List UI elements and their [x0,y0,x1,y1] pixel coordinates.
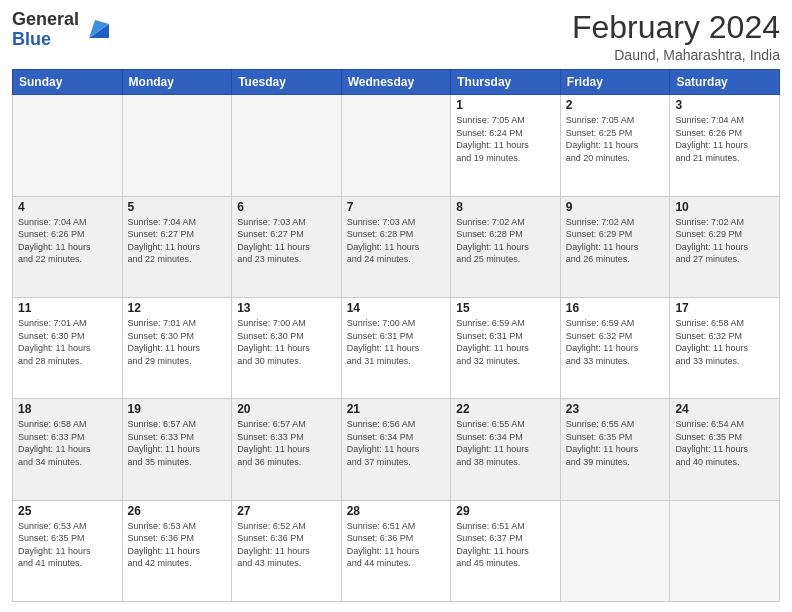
day-info: Sunrise: 7:03 AM Sunset: 6:28 PM Dayligh… [347,216,446,266]
calendar-cell: 21Sunrise: 6:56 AM Sunset: 6:34 PM Dayli… [341,399,451,500]
logo: General Blue [12,10,109,50]
day-number: 11 [18,301,117,315]
calendar-cell [122,95,232,196]
calendar-cell: 3Sunrise: 7:04 AM Sunset: 6:26 PM Daylig… [670,95,780,196]
col-header-tuesday: Tuesday [232,70,342,95]
calendar-cell [670,500,780,601]
calendar-cell: 15Sunrise: 6:59 AM Sunset: 6:31 PM Dayli… [451,297,561,398]
day-number: 21 [347,402,446,416]
calendar-cell: 25Sunrise: 6:53 AM Sunset: 6:35 PM Dayli… [13,500,123,601]
week-row-5: 25Sunrise: 6:53 AM Sunset: 6:35 PM Dayli… [13,500,780,601]
day-number: 29 [456,504,555,518]
day-number: 26 [128,504,227,518]
calendar-cell [232,95,342,196]
calendar-cell: 27Sunrise: 6:52 AM Sunset: 6:36 PM Dayli… [232,500,342,601]
calendar-cell: 18Sunrise: 6:58 AM Sunset: 6:33 PM Dayli… [13,399,123,500]
calendar-cell: 6Sunrise: 7:03 AM Sunset: 6:27 PM Daylig… [232,196,342,297]
day-info: Sunrise: 6:58 AM Sunset: 6:32 PM Dayligh… [675,317,774,367]
day-info: Sunrise: 6:57 AM Sunset: 6:33 PM Dayligh… [128,418,227,468]
logo-icon [81,16,109,44]
week-row-3: 11Sunrise: 7:01 AM Sunset: 6:30 PM Dayli… [13,297,780,398]
day-info: Sunrise: 7:02 AM Sunset: 6:29 PM Dayligh… [566,216,665,266]
calendar-cell: 5Sunrise: 7:04 AM Sunset: 6:27 PM Daylig… [122,196,232,297]
day-number: 14 [347,301,446,315]
calendar-cell: 4Sunrise: 7:04 AM Sunset: 6:26 PM Daylig… [13,196,123,297]
day-info: Sunrise: 6:57 AM Sunset: 6:33 PM Dayligh… [237,418,336,468]
title-block: February 2024 Daund, Maharashtra, India [572,10,780,63]
day-number: 2 [566,98,665,112]
logo-general: General [12,9,79,29]
day-number: 12 [128,301,227,315]
day-number: 1 [456,98,555,112]
day-info: Sunrise: 7:01 AM Sunset: 6:30 PM Dayligh… [128,317,227,367]
calendar-cell: 20Sunrise: 6:57 AM Sunset: 6:33 PM Dayli… [232,399,342,500]
col-header-wednesday: Wednesday [341,70,451,95]
day-info: Sunrise: 7:00 AM Sunset: 6:31 PM Dayligh… [347,317,446,367]
day-info: Sunrise: 6:55 AM Sunset: 6:35 PM Dayligh… [566,418,665,468]
calendar-cell: 7Sunrise: 7:03 AM Sunset: 6:28 PM Daylig… [341,196,451,297]
page: General Blue February 2024 Daund, Mahara… [0,0,792,612]
day-number: 7 [347,200,446,214]
col-header-thursday: Thursday [451,70,561,95]
day-number: 20 [237,402,336,416]
calendar-cell: 17Sunrise: 6:58 AM Sunset: 6:32 PM Dayli… [670,297,780,398]
day-number: 22 [456,402,555,416]
day-info: Sunrise: 7:01 AM Sunset: 6:30 PM Dayligh… [18,317,117,367]
day-number: 19 [128,402,227,416]
day-info: Sunrise: 7:04 AM Sunset: 6:26 PM Dayligh… [18,216,117,266]
week-row-4: 18Sunrise: 6:58 AM Sunset: 6:33 PM Dayli… [13,399,780,500]
calendar-header-row: SundayMondayTuesdayWednesdayThursdayFrid… [13,70,780,95]
calendar-cell: 14Sunrise: 7:00 AM Sunset: 6:31 PM Dayli… [341,297,451,398]
col-header-sunday: Sunday [13,70,123,95]
calendar-cell: 29Sunrise: 6:51 AM Sunset: 6:37 PM Dayli… [451,500,561,601]
day-number: 15 [456,301,555,315]
day-number: 6 [237,200,336,214]
day-number: 8 [456,200,555,214]
day-number: 5 [128,200,227,214]
day-info: Sunrise: 6:53 AM Sunset: 6:35 PM Dayligh… [18,520,117,570]
calendar-cell: 1Sunrise: 7:05 AM Sunset: 6:24 PM Daylig… [451,95,561,196]
day-number: 16 [566,301,665,315]
calendar-cell: 23Sunrise: 6:55 AM Sunset: 6:35 PM Dayli… [560,399,670,500]
day-info: Sunrise: 6:56 AM Sunset: 6:34 PM Dayligh… [347,418,446,468]
week-row-1: 1Sunrise: 7:05 AM Sunset: 6:24 PM Daylig… [13,95,780,196]
day-info: Sunrise: 6:51 AM Sunset: 6:36 PM Dayligh… [347,520,446,570]
day-info: Sunrise: 6:54 AM Sunset: 6:35 PM Dayligh… [675,418,774,468]
calendar-cell: 19Sunrise: 6:57 AM Sunset: 6:33 PM Dayli… [122,399,232,500]
day-info: Sunrise: 6:59 AM Sunset: 6:31 PM Dayligh… [456,317,555,367]
day-info: Sunrise: 7:05 AM Sunset: 6:24 PM Dayligh… [456,114,555,164]
day-number: 17 [675,301,774,315]
calendar-cell: 28Sunrise: 6:51 AM Sunset: 6:36 PM Dayli… [341,500,451,601]
day-number: 10 [675,200,774,214]
calendar-cell [560,500,670,601]
day-info: Sunrise: 7:04 AM Sunset: 6:26 PM Dayligh… [675,114,774,164]
day-info: Sunrise: 7:02 AM Sunset: 6:28 PM Dayligh… [456,216,555,266]
calendar-cell: 2Sunrise: 7:05 AM Sunset: 6:25 PM Daylig… [560,95,670,196]
week-row-2: 4Sunrise: 7:04 AM Sunset: 6:26 PM Daylig… [13,196,780,297]
logo-blue: Blue [12,29,51,49]
calendar-cell: 22Sunrise: 6:55 AM Sunset: 6:34 PM Dayli… [451,399,561,500]
day-number: 23 [566,402,665,416]
calendar-cell: 12Sunrise: 7:01 AM Sunset: 6:30 PM Dayli… [122,297,232,398]
day-info: Sunrise: 6:51 AM Sunset: 6:37 PM Dayligh… [456,520,555,570]
day-info: Sunrise: 7:00 AM Sunset: 6:30 PM Dayligh… [237,317,336,367]
day-info: Sunrise: 7:04 AM Sunset: 6:27 PM Dayligh… [128,216,227,266]
col-header-saturday: Saturday [670,70,780,95]
main-title: February 2024 [572,10,780,45]
header: General Blue February 2024 Daund, Mahara… [12,10,780,63]
day-info: Sunrise: 7:02 AM Sunset: 6:29 PM Dayligh… [675,216,774,266]
col-header-friday: Friday [560,70,670,95]
day-info: Sunrise: 6:55 AM Sunset: 6:34 PM Dayligh… [456,418,555,468]
day-number: 13 [237,301,336,315]
calendar-cell: 9Sunrise: 7:02 AM Sunset: 6:29 PM Daylig… [560,196,670,297]
calendar-cell: 11Sunrise: 7:01 AM Sunset: 6:30 PM Dayli… [13,297,123,398]
calendar-cell: 10Sunrise: 7:02 AM Sunset: 6:29 PM Dayli… [670,196,780,297]
day-number: 25 [18,504,117,518]
calendar-cell: 26Sunrise: 6:53 AM Sunset: 6:36 PM Dayli… [122,500,232,601]
logo-text: General Blue [12,10,79,50]
day-info: Sunrise: 6:59 AM Sunset: 6:32 PM Dayligh… [566,317,665,367]
day-number: 9 [566,200,665,214]
calendar-cell [13,95,123,196]
day-info: Sunrise: 7:03 AM Sunset: 6:27 PM Dayligh… [237,216,336,266]
day-info: Sunrise: 6:58 AM Sunset: 6:33 PM Dayligh… [18,418,117,468]
